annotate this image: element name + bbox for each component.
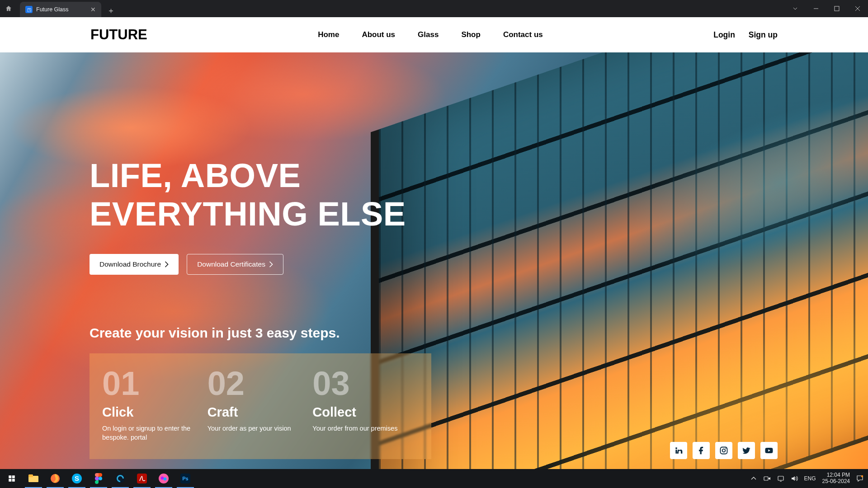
window-maximize-button[interactable] xyxy=(826,0,847,17)
tray-time: 12:04 PM xyxy=(822,472,850,479)
youtube-icon xyxy=(764,446,774,455)
tray-notifications-icon[interactable] xyxy=(856,475,863,482)
hero-section: LIFE, ABOVE EVERYTHING ELSE Download Bro… xyxy=(0,52,868,471)
tray-meet-now-icon[interactable] xyxy=(764,475,771,482)
hero-building-image xyxy=(371,52,868,471)
steps-heading: Create your vision in just 3 easy steps. xyxy=(90,325,431,341)
facebook-icon xyxy=(697,446,706,455)
nav-shop[interactable]: Shop xyxy=(461,30,481,39)
browser-home-button[interactable] xyxy=(0,0,17,17)
system-tray[interactable]: ENG 12:04 PM 25-06-2024 xyxy=(750,472,866,485)
tab-title: Future Glass xyxy=(36,6,69,13)
step-2-title: Craft xyxy=(208,405,305,420)
taskbar-skype[interactable]: S xyxy=(66,469,88,488)
svg-rect-18 xyxy=(778,476,783,480)
tray-chevron-up-icon[interactable] xyxy=(750,475,757,482)
chevron-right-icon xyxy=(269,261,273,267)
tab-close-icon[interactable]: ✕ xyxy=(90,6,96,13)
start-button[interactable] xyxy=(1,469,23,488)
hero-title-line1: LIFE, ABOVE xyxy=(90,157,301,194)
linkedin-icon xyxy=(674,446,683,455)
nav-about[interactable]: About us xyxy=(362,30,395,39)
step-1-desc: On login or signup to enter the bespoke.… xyxy=(102,424,197,442)
step-2-number: 02 xyxy=(208,367,305,400)
auth-nav: Login Sign up xyxy=(713,30,778,40)
step-2: 02 Craft Your order as per your vision xyxy=(208,367,313,442)
taskbar-figma[interactable] xyxy=(88,469,109,488)
browser-tabstrip: ◳ Future Glass ✕ ＋ xyxy=(0,0,868,17)
download-brochure-label: Download Brochure xyxy=(99,260,161,268)
step-3-title: Collect xyxy=(312,405,410,420)
step-1: 01 Click On login or signup to enter the… xyxy=(102,367,208,442)
svg-point-2 xyxy=(722,449,726,452)
twitter-icon xyxy=(742,446,751,455)
window-close-button[interactable] xyxy=(847,0,868,17)
download-certificates-label: Download Certificates xyxy=(197,260,265,268)
taskbar-photoshop[interactable]: Ps xyxy=(175,469,196,488)
svg-rect-17 xyxy=(764,477,768,480)
download-certificates-button[interactable]: Download Certificates xyxy=(187,254,283,275)
step-3-desc: Your order from our premises xyxy=(312,424,407,433)
step-1-number: 01 xyxy=(102,367,199,400)
browser-tab[interactable]: ◳ Future Glass ✕ xyxy=(20,2,101,17)
new-tab-button[interactable]: ＋ xyxy=(104,4,118,17)
tray-volume-icon[interactable] xyxy=(791,475,798,482)
nav-glass[interactable]: Glass xyxy=(418,30,439,39)
svg-text:S: S xyxy=(75,474,79,482)
linkedin-link[interactable] xyxy=(670,442,687,459)
taskbar-explorer[interactable] xyxy=(23,469,44,488)
youtube-link[interactable] xyxy=(760,442,778,459)
chevron-right-icon xyxy=(165,261,169,267)
taskbar-acrobat[interactable] xyxy=(131,469,153,488)
twitter-link[interactable] xyxy=(738,442,755,459)
tray-network-icon[interactable] xyxy=(777,475,784,482)
page-viewport: FUTURE Home About us Glass Shop Contact … xyxy=(0,17,868,471)
svg-text:Ps: Ps xyxy=(182,476,188,481)
windows-taskbar: S Ps ENG 12:04 PM 25-06-2024 xyxy=(0,469,868,488)
svg-point-3 xyxy=(726,448,726,449)
step-3-number: 03 xyxy=(312,367,410,400)
taskbar-app-pink[interactable] xyxy=(153,469,175,488)
signup-link[interactable]: Sign up xyxy=(749,30,778,40)
taskbar-app-circle[interactable] xyxy=(109,469,131,488)
primary-nav: Home About us Glass Shop Contact us xyxy=(318,30,543,39)
svg-rect-5 xyxy=(28,474,33,477)
instagram-link[interactable] xyxy=(715,442,732,459)
site-navbar: FUTURE Home About us Glass Shop Contact … xyxy=(0,17,868,52)
step-1-title: Click xyxy=(102,405,199,420)
svg-point-19 xyxy=(861,475,863,477)
step-3: 03 Collect Your order from our premises xyxy=(312,367,418,442)
nav-home[interactable]: Home xyxy=(318,30,339,39)
social-links xyxy=(670,442,778,459)
tray-date: 25-06-2024 xyxy=(822,479,850,485)
taskbar-firefox[interactable] xyxy=(44,469,66,488)
login-link[interactable]: Login xyxy=(713,30,735,40)
svg-point-14 xyxy=(164,478,167,481)
site-logo[interactable]: FUTURE xyxy=(90,27,147,43)
tray-clock[interactable]: 12:04 PM 25-06-2024 xyxy=(822,472,850,485)
instagram-icon xyxy=(719,446,728,455)
page-icon: ◳ xyxy=(25,6,33,13)
hero-title: LIFE, ABOVE EVERYTHING ELSE xyxy=(90,156,431,233)
steps-card: 01 Click On login or signup to enter the… xyxy=(90,353,431,459)
download-brochure-button[interactable]: Download Brochure xyxy=(90,254,179,275)
dropdown-icon[interactable] xyxy=(785,0,806,17)
hero-title-line2: EVERYTHING ELSE xyxy=(90,195,406,233)
svg-rect-0 xyxy=(835,6,839,11)
window-minimize-button[interactable] xyxy=(806,0,826,17)
nav-contact[interactable]: Contact us xyxy=(503,30,543,39)
svg-point-13 xyxy=(161,477,164,480)
tray-language[interactable]: ENG xyxy=(804,475,816,482)
step-2-desc: Your order as per your vision xyxy=(208,424,302,433)
facebook-link[interactable] xyxy=(693,442,710,459)
svg-point-9 xyxy=(99,477,102,480)
